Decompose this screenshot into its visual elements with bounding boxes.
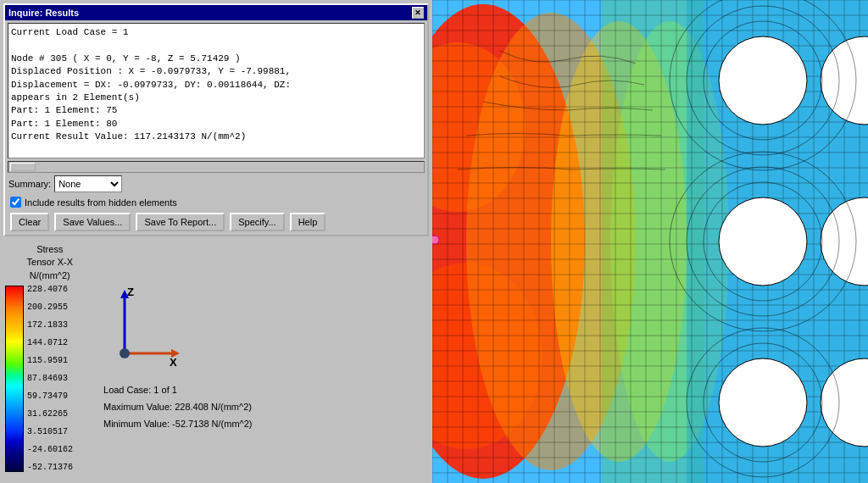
legend-title: Stress Tensor X-X N/(mm^2) (27, 243, 73, 282)
legend-val-1: 200.2955 (27, 303, 73, 312)
result-line9: Current Result Value: 117.2143173 N/(mm^… (11, 130, 421, 143)
legend-val-2: 172.1833 (27, 321, 73, 330)
svg-point-6 (120, 348, 130, 358)
left-panel: Inquire: Results ✕ Current Load Case = 1… (0, 0, 432, 483)
legend-val-4: 115.9591 (27, 357, 73, 365)
legend-val-6: 59.73479 (27, 392, 73, 401)
result-line5: Displacement = DX: -0.0979733, DY: 0.001… (11, 79, 421, 92)
selected-node (432, 236, 439, 244)
help-button[interactable]: Help (290, 213, 326, 231)
hole-mid-left (719, 197, 807, 286)
svg-text:Z: Z (127, 286, 134, 298)
summary-select[interactable]: None Average Maximum Minimum (54, 175, 122, 192)
load-case-info: Load Case: 1 of 1 (103, 382, 253, 399)
window-title: Inquire: Results (8, 8, 79, 18)
legend-val-10: -52.71376 (27, 464, 73, 472)
min-value-info: Minimum Value: -52.7138 N/(mm^2) (103, 416, 253, 433)
legend-val-8: 3.510517 (27, 428, 73, 436)
clear-button[interactable]: Clear (10, 213, 49, 231)
bottom-info: Load Case: 1 of 1 Maximum Value: 228.408… (95, 382, 261, 432)
legend-val-0: 228.4076 (27, 286, 73, 294)
max-value-info: Maximum Value: 228.408 N/(mm^2) (103, 399, 253, 416)
result-line4: Displaced Position : X = -0.0979733, Y =… (11, 65, 421, 78)
summary-row: Summary: None Average Maximum Minimum (5, 173, 427, 195)
save-to-report-button[interactable]: Save To Report... (136, 213, 225, 231)
legend-val-5: 87.84693 (27, 375, 73, 383)
axis-info-section: Z X Load Case: 1 of 1 Maximum Value: 228… (95, 286, 261, 432)
hidden-elements-checkbox[interactable] (10, 197, 21, 208)
svg-text:X: X (170, 356, 177, 369)
result-line1: Current Load Case = 1 (11, 26, 421, 39)
hole-top-left (719, 36, 807, 125)
close-button[interactable]: ✕ (412, 7, 424, 19)
legend-val-7: 31.62265 (27, 410, 73, 419)
button-row: Clear Save Values... Save To Report... S… (5, 209, 427, 235)
legend-color-bar (5, 286, 24, 472)
scrollbar-thumb[interactable] (10, 163, 36, 171)
result-line6: appears in 2 Element(s) (11, 92, 421, 104)
result-line7: Part: 1 Element: 75 (11, 104, 421, 117)
inquire-window: Inquire: Results ✕ Current Load Case = 1… (3, 3, 429, 236)
save-values-button[interactable]: Save Values... (54, 213, 131, 231)
checkbox-row: Include results from hidden elements (5, 195, 427, 209)
results-text-area[interactable]: Current Load Case = 1 Node # 305 ( X = 0… (8, 23, 425, 158)
window-titlebar: Inquire: Results ✕ (5, 5, 427, 20)
legend-bar-container: Stress Tensor X-X N/(mm^2) 228.4076 200.… (5, 243, 73, 472)
fem-svg (432, 0, 868, 483)
legend-values: 228.4076 200.2955 172.1833 144.0712 115.… (27, 286, 73, 472)
horizontal-scrollbar[interactable] (8, 161, 425, 173)
hole-bot-left (719, 358, 807, 447)
result-line3: Node # 305 ( X = 0, Y = -8, Z = 5.71429 … (11, 53, 421, 65)
axis-diagram: Z X (95, 286, 180, 370)
summary-label: Summary: (8, 179, 51, 189)
checkbox-label: Include results from hidden elements (25, 197, 177, 208)
fem-visualization (432, 0, 868, 483)
legend-bar-row: 228.4076 200.2955 172.1833 144.0712 115.… (5, 286, 73, 472)
specify-button[interactable]: Specify... (230, 213, 284, 231)
legend-section: Stress Tensor X-X N/(mm^2) 228.4076 200.… (0, 240, 432, 475)
result-line8: Part: 1 Element: 80 (11, 118, 421, 130)
legend-val-9: -24.60162 (27, 446, 73, 454)
legend-val-3: 144.0712 (27, 339, 73, 347)
result-line2 (11, 39, 421, 52)
